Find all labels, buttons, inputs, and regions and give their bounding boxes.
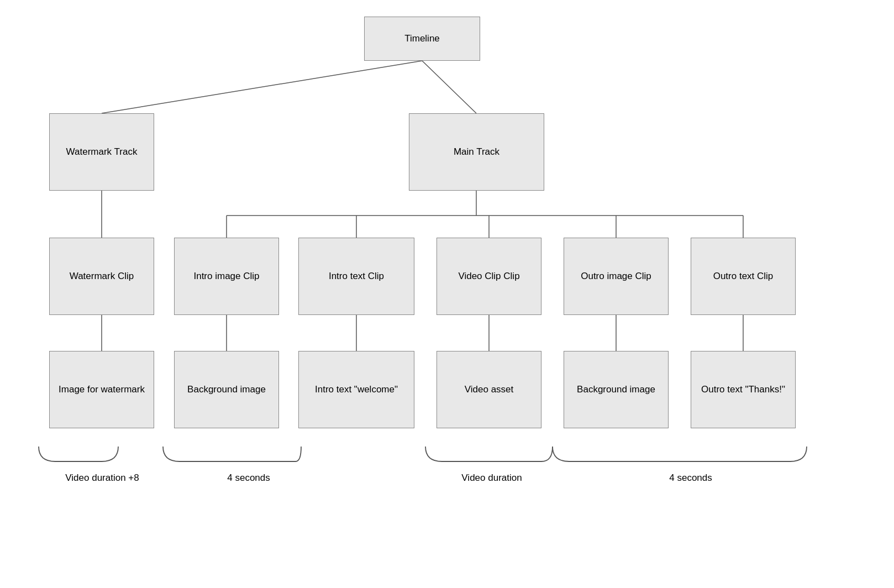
svg-line-0 — [102, 61, 422, 113]
intro-text-welcome-node: Intro text "welcome" — [298, 351, 414, 428]
video-asset-node: Video asset — [437, 351, 541, 428]
brace-label-4sec-intro: 4 seconds — [193, 473, 304, 484]
watermark-track-node: Watermark Track — [49, 113, 154, 191]
outro-text-thanks-node: Outro text "Thanks!" — [691, 351, 796, 428]
brace-label-video-duration-plus8: Video duration +8 — [33, 473, 171, 484]
brace-label-video-duration: Video duration — [437, 473, 547, 484]
video-clip-node: Video Clip Clip — [437, 238, 541, 315]
bg-image-intro-node: Background image — [174, 351, 279, 428]
diagram: Timeline Watermark Track Main Track Wate… — [0, 0, 894, 588]
main-track-node: Main Track — [409, 113, 544, 191]
svg-line-1 — [422, 61, 476, 113]
brace-label-4sec-outro: 4 seconds — [635, 473, 746, 484]
intro-text-clip-node: Intro text Clip — [298, 238, 414, 315]
watermark-clip-node: Watermark Clip — [49, 238, 154, 315]
outro-text-clip-node: Outro text Clip — [691, 238, 796, 315]
image-for-watermark-node: Image for watermark — [49, 351, 154, 428]
intro-image-clip-node: Intro image Clip — [174, 238, 279, 315]
timeline-node: Timeline — [364, 17, 480, 61]
outro-image-clip-node: Outro image Clip — [564, 238, 669, 315]
bg-image-outro-node: Background image — [564, 351, 669, 428]
